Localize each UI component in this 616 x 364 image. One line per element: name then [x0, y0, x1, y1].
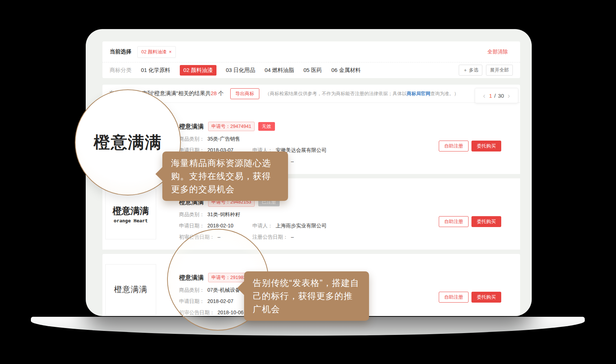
current-page: 1: [489, 93, 492, 99]
pagination: ‹ 1 / 30 ›: [475, 88, 518, 103]
results-header: 当前分类下检索到“橙意满满”相关的结果共28 个 导出商标 （商标检索结果仅供参…: [102, 85, 520, 103]
results-disclaimer: （商标检索结果仅供参考，不作为商标能否注册的法律依据；具体以商标局官网查询为准。…: [265, 90, 459, 97]
category-item-04[interactable]: 04 燃料油脂: [265, 67, 294, 74]
entrust-buy-button[interactable]: 委托购买: [471, 141, 501, 151]
applicant-label: 申请人：: [252, 223, 273, 228]
trademark-thumbnail-3[interactable]: 橙意满满: [105, 264, 156, 315]
self-register-button[interactable]: 自助注册: [439, 292, 469, 303]
category-label: 商标分类: [110, 67, 131, 74]
entrust-buy-button[interactable]: 委托购买: [471, 216, 501, 227]
application-number-badge: 申请号：29474941: [208, 122, 255, 131]
trademark-thumbnail-2[interactable]: 橙意满满 orange Heart: [105, 189, 156, 239]
entrust-buy-button[interactable]: 委托购买: [471, 292, 501, 303]
trademark-office-link[interactable]: 商标局官网: [407, 91, 430, 96]
export-trademarks-button[interactable]: 导出商标: [230, 88, 259, 99]
selected-filter-tag-text: 02 颜料油漆: [141, 49, 167, 55]
thumbnail-subtext: orange Heart: [114, 218, 148, 223]
selected-filter-tag[interactable]: 02 颜料油漆 ×: [137, 46, 176, 58]
page-separator: /: [494, 93, 496, 99]
category-field-value: 35类-广告销售: [207, 136, 240, 142]
total-pages: 30: [498, 93, 504, 99]
current-selection-label: 当前选择: [110, 48, 131, 55]
category-row: 商标分类 01 化学原料 02 颜料油漆 03 日化用品 04 燃料油脂 05 …: [102, 62, 520, 78]
category-field-label: 商品类别：: [179, 136, 204, 142]
thumbnail-text: 橙意满满: [114, 284, 147, 295]
thumbnail-text: 橙意满满: [113, 205, 149, 217]
self-register-button[interactable]: 自助注册: [439, 216, 469, 227]
category-item-03[interactable]: 03 日化用品: [226, 67, 255, 74]
prev-page-icon[interactable]: ‹: [482, 92, 487, 99]
category-item-06[interactable]: 06 金属材料: [331, 67, 361, 74]
magnified-trademark-text: 橙意满满: [94, 132, 162, 153]
registration-publication-value: –: [291, 234, 294, 240]
next-page-icon[interactable]: ›: [506, 92, 512, 99]
registration-publication-label: 注册公告日期：: [252, 234, 288, 240]
registration-publication-value: –: [291, 158, 294, 164]
apply-date-value: 2018-02-10: [207, 223, 234, 228]
category-item-02-selected[interactable]: 02 颜料油漆: [180, 65, 216, 76]
apply-date-label: 申请日期：: [179, 223, 204, 228]
category-item-01[interactable]: 01 化学原料: [141, 67, 170, 74]
results-count: 28: [211, 90, 217, 96]
applicant-value: 上海雨步实业有限公司: [276, 223, 327, 228]
tooltip-promotion: 告别传统“发表格”，搭建自己的标行，获得更多的推广机会: [244, 271, 369, 321]
trademark-name[interactable]: 橙意满满: [179, 122, 204, 131]
remove-filter-icon[interactable]: ×: [169, 49, 172, 54]
category-item-05[interactable]: 05 医药: [303, 67, 322, 74]
clear-all-button[interactable]: 全部清除: [487, 49, 508, 55]
self-register-button[interactable]: 自助注册: [439, 141, 469, 151]
filter-panel: 当前选择 02 颜料油漆 × 全部清除 商标分类 01 化学原料 02 颜料油漆…: [102, 41, 520, 78]
category-field-label: 商品类别：: [179, 211, 204, 217]
status-badge-invalid: 无效: [258, 122, 275, 131]
current-selection-row: 当前选择 02 颜料油漆 × 全部清除: [102, 41, 520, 62]
stage: 当前选择 02 颜料油漆 × 全部清除 商标分类 01 化学原料 02 颜料油漆…: [0, 0, 616, 364]
tooltip-marketplace: 海量精品商标资源随心选购。支持在线交易，获得更多的交易机会: [162, 151, 288, 201]
multi-select-button[interactable]: ＋ 多选: [459, 65, 482, 76]
expand-all-button[interactable]: 展开全部: [486, 65, 513, 76]
category-field-value: 31类-饲料种籽: [207, 211, 240, 217]
